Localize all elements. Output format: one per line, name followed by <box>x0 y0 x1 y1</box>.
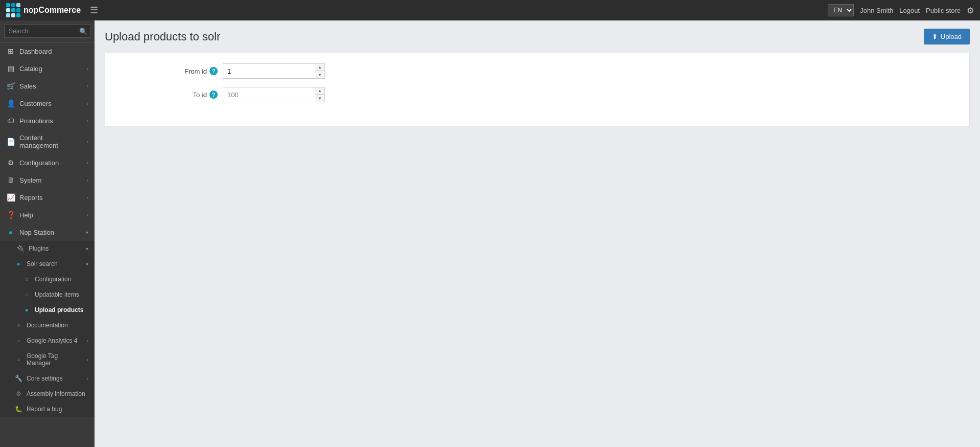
top-navbar: nopCommerce ☰ EN John Smith Logout Publi… <box>0 0 980 20</box>
chevron-right-icon: › <box>87 66 88 72</box>
upload-btn-label: Upload <box>941 33 962 40</box>
gear-icon: ⚙ <box>14 390 22 397</box>
sidebar-item-label: Help <box>19 211 83 219</box>
sidebar-item-nop-station[interactable]: ● Nop Station ▾ <box>0 223 95 241</box>
sidebar-item-sales[interactable]: 🛒 Sales › <box>0 77 95 95</box>
sidebar-item-plugins[interactable]: 🔌 Plugins ▾ <box>0 241 95 256</box>
wrench-icon: 🔧 <box>14 375 22 382</box>
updatable-items-label: Updatable items <box>35 291 79 298</box>
sidebar-item-label: Reports <box>19 194 83 202</box>
to-id-label: To id ? <box>115 91 218 99</box>
chevron-right-icon: › <box>87 101 88 106</box>
from-id-spin-down[interactable]: ▼ <box>315 71 324 78</box>
sidebar-item-documentation[interactable]: ○ Documentation <box>0 318 95 333</box>
sidebar-item-reports[interactable]: 📈 Reports › <box>0 189 95 206</box>
settings-icon[interactable]: ⚙ <box>967 6 974 15</box>
sidebar-item-assembly-info[interactable]: ⚙ Assembly information <box>0 386 95 401</box>
google-tag-label: Google Tag Manager <box>27 352 83 367</box>
sidebar: 🔍 ⊞ Dashboard ▤ Catalog › 🛒 Sales › 👤 Cu… <box>0 20 95 447</box>
sidebar-item-label: Nop Station <box>19 229 82 236</box>
from-id-row: From id ? ▲ ▼ <box>115 63 959 79</box>
upload-button[interactable]: ⬆ Upload <box>924 29 970 44</box>
dot-1 <box>6 3 10 7</box>
sidebar-item-google-analytics[interactable]: ○ Google Analytics 4 › <box>0 333 95 348</box>
sidebar-item-updatable-items[interactable]: ○ Updatable items <box>0 287 95 302</box>
sales-icon: 🛒 <box>6 82 15 90</box>
dot-3 <box>16 3 20 7</box>
plugins-label: Plugins <box>29 245 82 252</box>
search-icon-button[interactable]: 🔍 <box>79 28 87 35</box>
to-id-spin-up[interactable]: ▲ <box>315 87 324 95</box>
sidebar-item-core-settings[interactable]: 🔧 Core settings › <box>0 371 95 386</box>
public-store-button[interactable]: Public store <box>926 7 961 14</box>
google-analytics-label: Google Analytics 4 <box>27 337 83 344</box>
sidebar-item-content[interactable]: 📄 Content management › <box>0 129 95 154</box>
from-id-input-wrapper: ▲ ▼ <box>223 63 325 79</box>
to-id-input-wrapper: ▲ ▼ <box>223 87 325 102</box>
page-header: Upload products to solr ⬆ Upload <box>95 20 980 53</box>
from-id-label: From id ? <box>115 67 218 75</box>
system-icon: 🖥 <box>6 176 15 184</box>
bug-icon: 🐛 <box>14 406 22 413</box>
upload-products-label: Upload products <box>35 306 83 314</box>
sidebar-item-label: System <box>19 176 83 184</box>
sidebar-item-upload-products[interactable]: ● Upload products <box>0 302 95 318</box>
help-icon: ❓ <box>6 211 15 219</box>
sidebar-item-customers[interactable]: 👤 Customers › <box>0 95 95 112</box>
sidebar-item-label: Configuration <box>19 159 83 167</box>
sidebar-item-configuration[interactable]: ⚙ Configuration › <box>0 154 95 171</box>
sidebar-item-help[interactable]: ❓ Help › <box>0 206 95 223</box>
to-id-help-icon[interactable]: ? <box>209 91 218 99</box>
circle-active-icon: ● <box>22 306 31 314</box>
from-id-help-icon[interactable]: ? <box>209 67 218 75</box>
to-id-spinners: ▲ ▼ <box>315 87 325 102</box>
to-id-spin-down[interactable]: ▼ <box>315 95 324 102</box>
sidebar-item-solr-configuration[interactable]: ○ Configuration <box>0 272 95 287</box>
solr-config-label: Configuration <box>35 276 71 283</box>
search-box: 🔍 <box>0 20 95 42</box>
sidebar-menu: ⊞ Dashboard ▤ Catalog › 🛒 Sales › 👤 Cust… <box>0 42 95 223</box>
dot-5 <box>11 8 15 12</box>
sidebar-item-report-bug[interactable]: 🐛 Report a bug <box>0 401 95 417</box>
doc-icon: ○ <box>14 322 22 329</box>
search-wrapper: 🔍 <box>4 25 90 38</box>
chevron-down-icon: ▾ <box>86 246 88 252</box>
main-content: Upload products to solr ⬆ Upload From id… <box>95 20 980 447</box>
chevron-right-icon: › <box>87 83 88 89</box>
to-id-input[interactable] <box>223 87 315 102</box>
sidebar-item-catalog[interactable]: ▤ Catalog › <box>0 60 95 77</box>
logout-button[interactable]: Logout <box>899 7 920 14</box>
chevron-down-icon: ▾ <box>86 230 88 235</box>
chevron-right-icon: › <box>87 376 88 382</box>
sidebar-item-dashboard[interactable]: ⊞ Dashboard <box>0 42 95 60</box>
search-input[interactable] <box>4 25 90 38</box>
chevron-right-icon: › <box>87 139 88 145</box>
chevron-right-icon: › <box>87 118 88 124</box>
sidebar-item-label: Customers <box>19 100 83 107</box>
sidebar-item-google-tag[interactable]: ○ Google Tag Manager › <box>0 348 95 371</box>
navbar-right: EN John Smith Logout Public store ⚙ <box>828 4 974 16</box>
brand-name: nopCommerce <box>24 6 81 15</box>
customers-icon: 👤 <box>6 99 15 107</box>
nop-station-icon: ● <box>6 228 15 236</box>
dashboard-icon: ⊞ <box>6 47 15 55</box>
sidebar-item-promotions[interactable]: 🏷 Promotions › <box>0 112 95 129</box>
sidebar-item-solr-search[interactable]: ● Solr search ▾ <box>0 256 95 272</box>
from-id-spin-up[interactable]: ▲ <box>315 64 324 71</box>
chevron-right-icon: › <box>87 195 88 200</box>
sidebar-item-label: Catalog <box>19 65 83 73</box>
from-id-input[interactable] <box>223 63 315 79</box>
form-card: From id ? ▲ ▼ To id ? ▲ ▼ <box>105 53 970 126</box>
hamburger-button[interactable]: ☰ <box>86 3 102 18</box>
sidebar-item-label: Content management <box>19 134 83 149</box>
chevron-right-icon: › <box>87 357 88 363</box>
sidebar-item-label: Dashboard <box>19 48 88 55</box>
to-id-row: To id ? ▲ ▼ <box>115 87 959 102</box>
reports-icon: 📈 <box>6 193 15 202</box>
dot-2 <box>11 3 15 7</box>
tag-icon: ○ <box>14 356 22 363</box>
sidebar-item-system[interactable]: 🖥 System › <box>0 171 95 189</box>
core-settings-label: Core settings <box>27 375 83 382</box>
language-select[interactable]: EN <box>828 4 854 16</box>
chevron-right-icon: › <box>87 338 88 344</box>
